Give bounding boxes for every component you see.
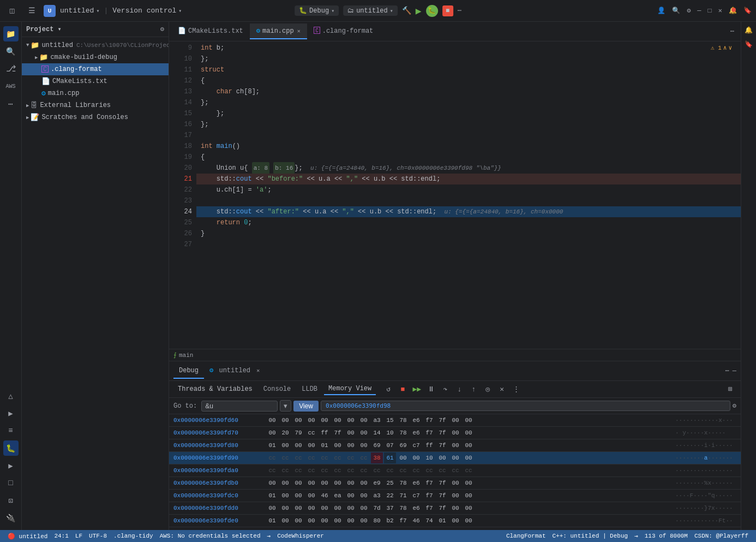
code-line-10[interactable]: }; <box>196 53 741 64</box>
evaluate-icon[interactable]: ◎ <box>482 383 494 395</box>
subtab-memory[interactable]: Memory View <box>324 383 376 395</box>
layout-icon[interactable]: ⊞ <box>724 383 736 395</box>
debug-tab[interactable]: Debug <box>173 364 204 379</box>
code-line-17[interactable] <box>196 130 741 141</box>
more-tools-icon[interactable]: ⋯ <box>3 96 19 111</box>
run-icon[interactable]: ▶ <box>416 5 422 17</box>
scratches-item[interactable]: ▶ 📝 Scratches and Consoles <box>22 111 169 123</box>
git-tool-window[interactable]: ⎇ <box>3 61 19 76</box>
code-line-22[interactable]: u.ch[1] = 'a'; <box>196 184 741 195</box>
status-position[interactable]: 24:1 <box>51 533 71 539</box>
project-tool-window[interactable]: 📁 <box>3 26 19 41</box>
settings-icon[interactable]: ⚙ <box>687 7 691 15</box>
maximize-icon[interactable]: □ <box>708 7 712 15</box>
minimize-icon[interactable]: ─ <box>697 7 701 15</box>
code-line-13[interactable]: char ch[8]; <box>196 86 741 97</box>
hamburger-menu[interactable]: ☰ <box>24 3 39 19</box>
memory-row-fd70[interactable]: 0x0000006e3390fd70 002079cc ff7f0000 141… <box>169 427 741 439</box>
more-actions-icon[interactable]: ⋯ <box>458 7 461 15</box>
search-everywhere-icon[interactable]: 🔍 <box>672 7 680 15</box>
memory-settings-icon[interactable]: ⚙ <box>733 402 736 410</box>
rt-notifications-icon[interactable]: 🔔 <box>743 24 755 36</box>
code-line-19[interactable]: { <box>196 152 741 163</box>
code-line-11[interactable]: struct <box>196 64 741 75</box>
more-debug-icon[interactable]: ⋮ <box>510 383 522 395</box>
memory-row-fde0[interactable]: 0x0000006e3390fde0 01000000 00000000 80b… <box>169 515 741 527</box>
subtab-lldb[interactable]: LLDB <box>297 384 322 395</box>
valgrind-icon[interactable]: ⊡ <box>3 493 19 508</box>
memory-row-fd60[interactable]: 0x0000006e3390fd60 00000000 00000000 a31… <box>169 414 741 427</box>
pause-icon[interactable]: ⏸ <box>425 383 437 395</box>
debug-run-icon[interactable]: 🐛 <box>426 5 438 17</box>
panel-options-icon[interactable]: ⚙ <box>160 25 164 33</box>
goto-dropdown-btn[interactable]: ▾ <box>280 400 291 412</box>
memory-row-fda0[interactable]: 0x0000006e3390fda0 cccccccc cccccccc ccc… <box>169 464 741 477</box>
cmakelists-item[interactable]: 📄 CMakeLists.txt <box>22 75 169 87</box>
tab-maincpp-close[interactable]: ✕ <box>297 28 301 34</box>
code-line-9[interactable]: int b; <box>196 43 741 53</box>
code-line-14[interactable]: }; <box>196 97 741 108</box>
close-icon[interactable]: ✕ <box>718 7 722 15</box>
build-icon[interactable]: 🔨 <box>402 6 411 15</box>
status-codewhisperer[interactable]: CodeWhisperer <box>274 533 327 539</box>
editor-tabs-more[interactable]: ⋯ <box>726 27 739 35</box>
hide-sidebar-icon[interactable]: ◫ <box>4 3 20 19</box>
tab-maincpp[interactable]: ⚙ main.cpp ✕ <box>250 23 307 39</box>
tab-clangformat[interactable]: 🄲 .clang-format <box>307 23 380 39</box>
code-line-20[interactable]: Union u{ a: 8 b: 16}; u: {={={a=24840, b… <box>196 163 741 174</box>
maincpp-item[interactable]: ⚙ main.cpp <box>22 87 169 99</box>
resume-icon[interactable]: ▶▶ <box>411 383 423 395</box>
status-language[interactable]: C++: untitled | Debug <box>549 533 632 539</box>
code-line-12[interactable]: { <box>196 75 741 86</box>
collab-icon[interactable]: 👤 <box>657 7 665 15</box>
search-tool-window[interactable]: 🔍 <box>3 44 19 59</box>
status-memory[interactable]: 113 of 8000M <box>641 533 691 539</box>
view-button[interactable]: View <box>293 401 319 412</box>
project-dropdown[interactable]: untitled ▾ <box>60 7 99 15</box>
cmake-build-debug-item[interactable]: ▶ 📁 cmake-build-debug <box>22 51 169 63</box>
run-debug-tool-window[interactable]: ▶ <box>3 406 19 421</box>
stop-debug-icon[interactable]: ■ <box>397 383 409 395</box>
debug-config-dropdown[interactable]: 🐛 Debug ▾ <box>295 5 339 16</box>
version-control-dropdown[interactable]: Version control ▾ <box>112 7 182 15</box>
code-line-16[interactable]: }; <box>196 119 741 130</box>
memory-row-fd90[interactable]: 0x0000006e3390fd90 cccccccc cccccccc 386… <box>169 452 741 464</box>
goto-input[interactable] <box>201 401 278 412</box>
aws-tool-window[interactable]: AWS <box>3 79 19 94</box>
bookmarks-icon[interactable]: □ <box>3 475 19 491</box>
external-libraries-item[interactable]: ▶ 🗄 External Libraries <box>22 99 169 111</box>
step-out-icon[interactable]: ↑ <box>467 383 479 395</box>
memory-view[interactable]: 0x0000006e3390fd60 00000000 00000000 a31… <box>169 414 741 530</box>
warning-nav-down[interactable]: ∨ <box>728 43 732 53</box>
step-into-icon[interactable]: ↓ <box>453 383 465 395</box>
code-line-15[interactable]: }; <box>196 108 741 119</box>
rt-bookmarks-icon[interactable]: 🔖 <box>743 38 755 50</box>
problems-tool-window[interactable]: △ <box>3 388 19 403</box>
tree-root-item[interactable]: ▼ 📁 untitled C:\Users\10070\CLionProject… <box>22 39 169 51</box>
structure-tool-window[interactable]: ≡ <box>3 423 19 438</box>
coverage-icon[interactable]: ▶ <box>3 458 19 473</box>
panel-minimize-btn[interactable]: — <box>733 367 736 375</box>
clang-format-item[interactable]: 🄲 .clang-format <box>22 63 169 75</box>
status-formatter[interactable]: .clang-tidy <box>110 533 157 539</box>
bookmark-icon[interactable]: 🔖 <box>743 7 752 15</box>
code-line-21[interactable]: std::cout << "before:" << u.a << "," << … <box>196 174 741 184</box>
subtab-threads[interactable]: Threads & Variables <box>173 384 257 395</box>
tab-cmakelists[interactable]: 📄 CMakeLists.txt <box>171 23 250 39</box>
address-input[interactable] <box>321 401 730 411</box>
code-line-27[interactable] <box>196 239 741 250</box>
restart-icon[interactable]: ↺ <box>382 383 394 395</box>
notifications-icon[interactable]: 🔔 <box>729 7 737 15</box>
stop-icon[interactable]: ■ <box>442 5 453 16</box>
code-line-26[interactable]: } <box>196 228 741 239</box>
code-line-24[interactable]: → std::cout << "after:" << u.a << "," <<… <box>196 206 741 217</box>
warning-nav-up[interactable]: ∧ <box>723 43 727 53</box>
step-over-icon[interactable]: ↷ <box>439 383 451 395</box>
status-aws[interactable]: AWS: No credentials selected <box>157 533 264 539</box>
memory-row-fdd0[interactable]: 0x0000006e3390fdd0 00000000 00000000 7d3… <box>169 502 741 515</box>
memory-row-fdb0[interactable]: 0x0000006e3390fdb0 00000000 00000000 e92… <box>169 477 741 490</box>
debug-active-icon[interactable]: 🐛 <box>3 440 19 456</box>
code-content[interactable]: ⚠ 1 ∧ ∨ int b; }; struct { <box>196 41 741 349</box>
panel-options-btn[interactable]: ⋯ <box>725 367 729 375</box>
memory-row-fdc0[interactable]: 0x0000006e3390fdc0 01000000 46ea0000 a32… <box>169 490 741 502</box>
